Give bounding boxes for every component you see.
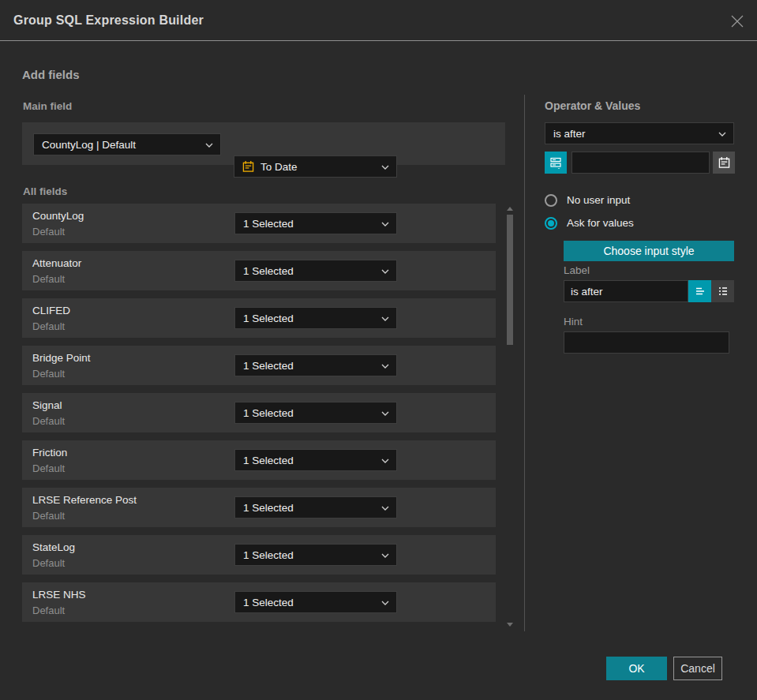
chevron-down-icon: [381, 269, 389, 274]
field-selection-dropdown[interactable]: 1 Selected: [234, 354, 397, 376]
calendar-icon: [718, 156, 730, 169]
field-row-signal: Signal Default 1 Selected: [22, 393, 496, 432]
operator-select-value: is after: [553, 128, 586, 140]
scroll-down-icon[interactable]: [507, 623, 513, 627]
scrollbar-thumb[interactable]: [507, 215, 513, 345]
chevron-down-icon: [205, 143, 213, 148]
field-subtitle: Default: [32, 605, 65, 616]
field-row-statelog: StateLog Default 1 Selected: [22, 535, 496, 575]
field-subtitle: Default: [32, 273, 65, 285]
field-selection-dropdown[interactable]: 1 Selected: [234, 591, 397, 613]
field-selection-dropdown[interactable]: 1 Selected: [234, 402, 397, 424]
dialog-header: Group SQL Expression Builder: [0, 0, 757, 41]
list-scrollbar[interactable]: [506, 204, 515, 630]
chevron-down-icon: [381, 411, 389, 416]
text-input-style-button[interactable]: [688, 280, 711, 302]
selection-count: 1 Selected: [243, 455, 294, 466]
radio-row-no-user-input: No user input: [545, 194, 734, 207]
field-name: Attenuator: [32, 257, 81, 269]
hint-field-label: Hint: [564, 316, 583, 328]
ok-button[interactable]: OK: [606, 657, 667, 680]
chevron-down-icon: [381, 316, 389, 321]
field-name: Signal: [32, 399, 62, 411]
operator-values-heading: Operator & Values: [545, 99, 640, 112]
main-field-panel: CountyLog | Default To Date: [22, 122, 505, 165]
field-selection-dropdown[interactable]: 1 Selected: [234, 212, 397, 234]
field-selection-dropdown[interactable]: 1 Selected: [234, 260, 397, 282]
chevron-down-icon: [381, 506, 389, 511]
calendar-icon: [242, 160, 254, 173]
label-field-label: Label: [564, 264, 590, 276]
field-subtitle: Default: [32, 226, 65, 238]
field-name: CLIFED: [32, 305, 70, 316]
date-picker-button[interactable]: [713, 152, 735, 174]
chevron-down-icon: [718, 132, 726, 137]
no-user-input-label: No user input: [567, 194, 630, 207]
main-field-select-value: CountyLog | Default: [42, 139, 136, 151]
align-left-icon: [694, 285, 706, 298]
main-field-label: Main field: [23, 100, 72, 112]
unique-values-icon: [549, 156, 562, 169]
main-field-select[interactable]: CountyLog | Default: [33, 133, 221, 155]
cancel-button[interactable]: Cancel: [673, 657, 722, 680]
all-fields-list: CountyLog Default 1 Selected Attenuator …: [22, 204, 496, 622]
ask-for-values-label: Ask for values: [567, 217, 634, 230]
field-name: Bridge Point: [32, 352, 91, 364]
field-subtitle: Default: [32, 415, 65, 427]
ask-for-values-radio[interactable]: [545, 217, 557, 230]
field-row-bridge-point: Bridge Point Default 1 Selected: [22, 346, 496, 385]
panel-divider: [524, 95, 525, 631]
field-selection-dropdown[interactable]: 1 Selected: [234, 496, 397, 518]
dialog-title: Group SQL Expression Builder: [13, 0, 204, 41]
field-name: LRSE Reference Post: [32, 494, 137, 506]
field-name: CountyLog: [32, 210, 84, 222]
field-row-lrse-reference-post: LRSE Reference Post Default 1 Selected: [22, 488, 496, 527]
field-name: Friction: [32, 447, 67, 459]
selection-count: 1 Selected: [243, 265, 294, 277]
field-name: StateLog: [32, 541, 75, 553]
operator-select[interactable]: is after: [545, 122, 734, 144]
selection-count: 1 Selected: [243, 549, 294, 561]
field-row-lrse-nhs: LRSE NHS Default 1 Selected: [22, 582, 496, 622]
date-field-select-value: To Date: [260, 161, 298, 173]
hint-input[interactable]: [564, 331, 729, 354]
chevron-down-icon: [381, 364, 389, 369]
selection-count: 1 Selected: [243, 502, 294, 514]
selection-count: 1 Selected: [243, 597, 294, 608]
field-row-clifed: CLIFED Default 1 Selected: [22, 298, 496, 338]
field-subtitle: Default: [32, 368, 65, 380]
chevron-down-icon: [381, 165, 389, 170]
field-selection-dropdown[interactable]: 1 Selected: [234, 449, 397, 471]
unique-values-button[interactable]: [545, 152, 567, 174]
all-fields-label: All fields: [23, 185, 67, 197]
chevron-down-icon: [381, 553, 389, 558]
value-input[interactable]: [571, 152, 710, 174]
no-user-input-radio[interactable]: [545, 194, 557, 207]
chevron-down-icon: [381, 222, 389, 226]
selection-count: 1 Selected: [243, 218, 294, 230]
field-subtitle: Default: [32, 462, 65, 474]
radio-row-ask-for-values: Ask for values: [545, 217, 734, 230]
choose-input-style-button[interactable]: Choose input style: [564, 241, 734, 261]
selection-count: 1 Selected: [243, 313, 294, 324]
list-icon: [717, 285, 729, 298]
list-input-style-button[interactable]: [711, 280, 734, 302]
field-row-friction: Friction Default 1 Selected: [22, 440, 496, 480]
scroll-up-icon[interactable]: [507, 207, 513, 211]
label-input[interactable]: [564, 280, 688, 302]
field-selection-dropdown[interactable]: 1 Selected: [234, 307, 397, 329]
field-row-attenuator: Attenuator Default 1 Selected: [22, 251, 496, 290]
field-subtitle: Default: [32, 557, 65, 569]
close-button[interactable]: [729, 13, 746, 30]
field-subtitle: Default: [32, 510, 65, 522]
chevron-down-icon: [381, 459, 389, 463]
date-field-select[interactable]: To Date: [234, 155, 397, 178]
field-selection-dropdown[interactable]: 1 Selected: [234, 544, 397, 566]
close-icon: [730, 14, 744, 28]
field-name: LRSE NHS: [32, 589, 86, 601]
selection-count: 1 Selected: [243, 407, 294, 419]
field-subtitle: Default: [32, 320, 65, 332]
add-fields-heading: Add fields: [22, 68, 80, 81]
chevron-down-icon: [381, 601, 389, 605]
field-row-countylog: CountyLog Default 1 Selected: [22, 204, 496, 243]
